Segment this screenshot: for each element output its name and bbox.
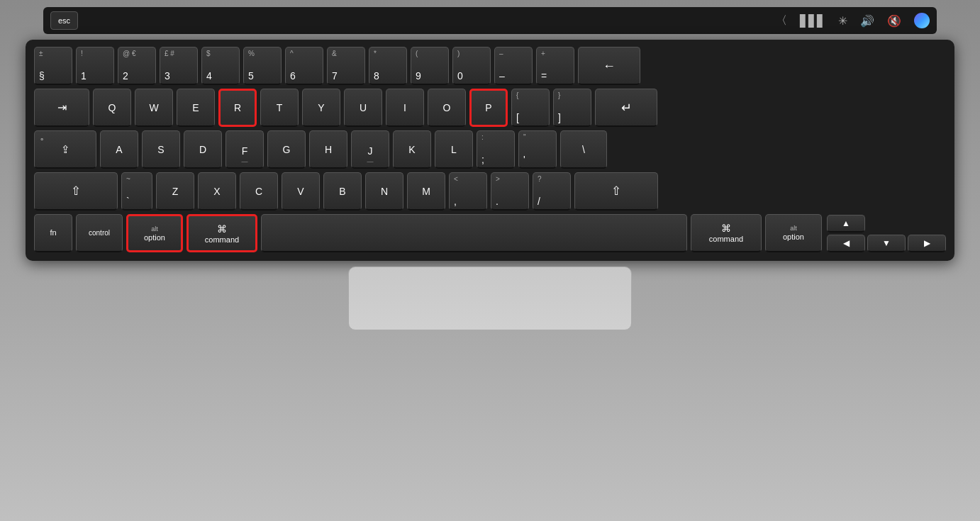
touch-bar: esc 〈 ▋▋▋ ✳ 🔊 🔇	[43, 7, 937, 34]
esc-key[interactable]: esc	[50, 11, 78, 30]
key-s[interactable]: S	[142, 130, 180, 169]
key-fn[interactable]: fn	[34, 214, 72, 252]
key-b[interactable]: B	[323, 172, 362, 211]
key-2[interactable]: @ € 2	[118, 47, 156, 85]
key-9[interactable]: ( 9	[411, 47, 449, 85]
bottom-row: fn control alt option ⌘ command ⌘ comman…	[34, 214, 946, 252]
key-5[interactable]: % 5	[243, 47, 282, 85]
key-c[interactable]: C	[240, 172, 278, 211]
key-6[interactable]: ^ 6	[285, 47, 323, 85]
key-minus[interactable]: – –	[494, 47, 533, 85]
key-space[interactable]	[261, 214, 687, 252]
key-d[interactable]: D	[184, 130, 222, 169]
trackpad[interactable]	[348, 267, 632, 330]
touch-bar-left: esc	[50, 11, 78, 30]
arrow-cluster: ▲ ◀ ▼ ▶	[827, 215, 946, 252]
key-delete[interactable]: ←	[578, 47, 640, 85]
key-open-bracket[interactable]: { [	[511, 89, 550, 127]
key-i[interactable]: I	[386, 89, 424, 127]
key-backtick[interactable]: ~ `	[121, 172, 152, 211]
key-k[interactable]: K	[393, 130, 431, 169]
siri-waveform-icon: ▋▋▋	[800, 14, 825, 28]
zxcv-row: ⇧ ~ ` Z X C V B N	[34, 172, 946, 211]
key-arrow-left[interactable]: ◀	[827, 235, 865, 252]
key-arrow-up[interactable]: ▲	[827, 215, 865, 233]
key-control[interactable]: control	[76, 214, 123, 252]
key-4[interactable]: $ 4	[201, 47, 240, 85]
key-v[interactable]: V	[282, 172, 320, 211]
key-command-left[interactable]: ⌘ command	[186, 214, 257, 252]
key-tab[interactable]: ⇥	[34, 89, 89, 127]
key-l[interactable]: L	[435, 130, 473, 169]
key-command-right[interactable]: ⌘ command	[691, 214, 762, 252]
key-option-right[interactable]: alt option	[765, 214, 822, 252]
chevron-left-icon: 〈	[776, 13, 787, 28]
key-p[interactable]: P	[469, 89, 508, 127]
key-q[interactable]: Q	[93, 89, 131, 127]
key-shift-left[interactable]: ⇧	[34, 172, 118, 211]
key-slash[interactable]: ? /	[533, 172, 571, 211]
mute-icon: 🔇	[887, 14, 901, 28]
touch-bar-right: 〈 ▋▋▋ ✳ 🔊 🔇	[776, 13, 930, 28]
key-comma[interactable]: < ,	[449, 172, 487, 211]
keyboard-body: ± § ! 1 @ € 2 £ # 3 $ 4 % 5	[26, 40, 954, 261]
key-close-bracket[interactable]: } ]	[553, 89, 591, 127]
key-return[interactable]: ↵	[595, 89, 657, 127]
key-t[interactable]: T	[260, 89, 299, 127]
keyboard-wrapper: esc 〈 ▋▋▋ ✳ 🔊 🔇 ± § ! 1 @ € 2	[0, 0, 980, 521]
key-u[interactable]: U	[344, 89, 382, 127]
key-o[interactable]: O	[428, 89, 466, 127]
key-w[interactable]: W	[135, 89, 173, 127]
key-x[interactable]: X	[198, 172, 236, 211]
key-quote[interactable]: " '	[518, 130, 557, 169]
key-0[interactable]: ) 0	[452, 47, 491, 85]
key-option-left[interactable]: alt option	[126, 214, 183, 252]
key-period[interactable]: > .	[491, 172, 529, 211]
qwerty-row: ⇥ Q W E R T Y U I	[34, 89, 946, 127]
volume-icon: 🔊	[860, 14, 874, 28]
key-j[interactable]: — J	[351, 130, 389, 169]
siri-icon[interactable]	[914, 13, 930, 28]
key-semicolon[interactable]: : ;	[477, 130, 515, 169]
key-arrow-down[interactable]: ▼	[867, 235, 906, 252]
key-a[interactable]: A	[100, 130, 138, 169]
key-arrow-right[interactable]: ▶	[908, 235, 946, 252]
key-m[interactable]: M	[407, 172, 445, 211]
key-e[interactable]: E	[177, 89, 215, 127]
key-z[interactable]: Z	[156, 172, 194, 211]
key-8[interactable]: * 8	[369, 47, 407, 85]
key-backslash[interactable]: \	[560, 130, 607, 169]
key-g[interactable]: G	[267, 130, 306, 169]
asdf-row: ⚬ ⇪ A S D — F G H — J	[34, 130, 946, 169]
key-r[interactable]: R	[218, 89, 257, 127]
key-f[interactable]: — F	[225, 130, 264, 169]
key-7[interactable]: & 7	[327, 47, 365, 85]
key-1[interactable]: ! 1	[76, 47, 114, 85]
key-3[interactable]: £ # 3	[160, 47, 198, 85]
key-caps-lock[interactable]: ⚬ ⇪	[34, 130, 96, 169]
key-y[interactable]: Y	[302, 89, 340, 127]
number-row: ± § ! 1 @ € 2 £ # 3 $ 4 % 5	[34, 47, 946, 85]
brightness-icon: ✳	[838, 14, 847, 28]
key-equals[interactable]: + =	[536, 47, 574, 85]
key-section[interactable]: ± §	[34, 47, 72, 85]
key-shift-right[interactable]: ⇧	[574, 172, 658, 211]
key-n[interactable]: N	[365, 172, 403, 211]
key-h[interactable]: H	[309, 130, 347, 169]
